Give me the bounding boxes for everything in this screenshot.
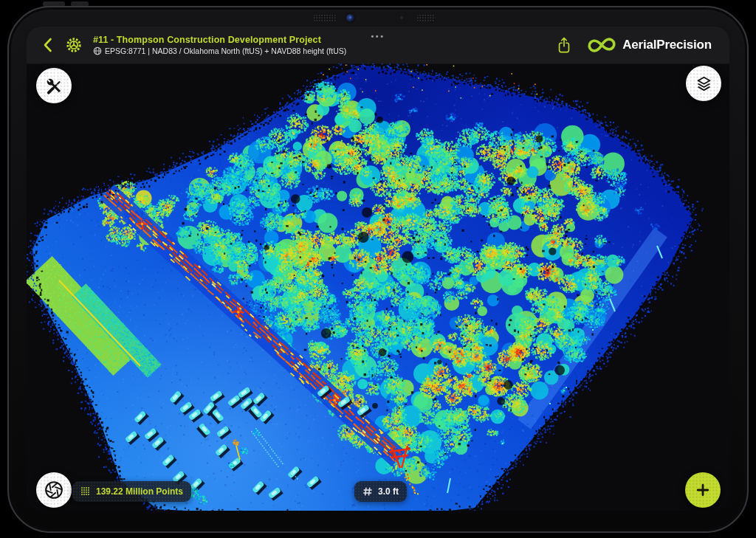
- share-button[interactable]: [556, 35, 572, 55]
- project-info: #11 - Thompson Construction Development …: [93, 35, 346, 56]
- stacked-layers-icon: [695, 75, 713, 93]
- globe-icon: [93, 46, 102, 55]
- header-right: AerialPrecision: [556, 27, 712, 63]
- crs-label: EPSG:8771 | NAD83 / Oklahoma North (ftUS…: [105, 46, 346, 56]
- top-bar: #11 - Thompson Construction Development …: [27, 27, 729, 63]
- front-camera: [346, 14, 354, 22]
- grid-hash-icon: [362, 486, 373, 497]
- grid-scale-badge[interactable]: 3.0 ft: [354, 481, 407, 502]
- speaker-grille: [313, 14, 337, 22]
- crs-row: EPSG:8771 | NAD83 / Oklahoma North (ftUS…: [93, 46, 346, 56]
- layers-button[interactable]: [686, 66, 721, 101]
- infinity-logo-icon: [587, 36, 616, 54]
- project-gear-icon: [63, 35, 84, 55]
- grid-scale-label: 3.0 ft: [378, 486, 399, 497]
- app-screen: #11 - Thompson Construction Development …: [27, 27, 729, 511]
- tools-button[interactable]: [36, 68, 72, 103]
- add-button[interactable]: [685, 472, 721, 508]
- plus-icon: [695, 482, 711, 498]
- multitask-dots[interactable]: •••: [371, 32, 385, 40]
- wrench-screwdriver-icon: [45, 77, 63, 95]
- brand-name: AerialPrecision: [622, 38, 712, 52]
- share-up-arrow-icon: [556, 35, 572, 55]
- dot-grid-icon: [80, 486, 91, 497]
- back-button[interactable]: [40, 33, 55, 57]
- project-title: #11 - Thompson Construction Development …: [93, 35, 346, 46]
- chevron-left-icon: [43, 37, 52, 53]
- speaker-grille: [416, 14, 436, 22]
- capture-settings-button[interactable]: [36, 472, 72, 508]
- pointcloud-canvas[interactable]: [27, 27, 729, 511]
- microphone-dot: [400, 16, 403, 19]
- brand-lockup: AerialPrecision: [587, 36, 712, 54]
- tablet-mockup: #11 - Thompson Construction Development …: [0, 0, 756, 538]
- points-count-label: 139.22 Million Points: [96, 486, 183, 497]
- points-count-badge: 139.22 Million Points: [72, 481, 191, 502]
- aperture-icon: [44, 480, 63, 500]
